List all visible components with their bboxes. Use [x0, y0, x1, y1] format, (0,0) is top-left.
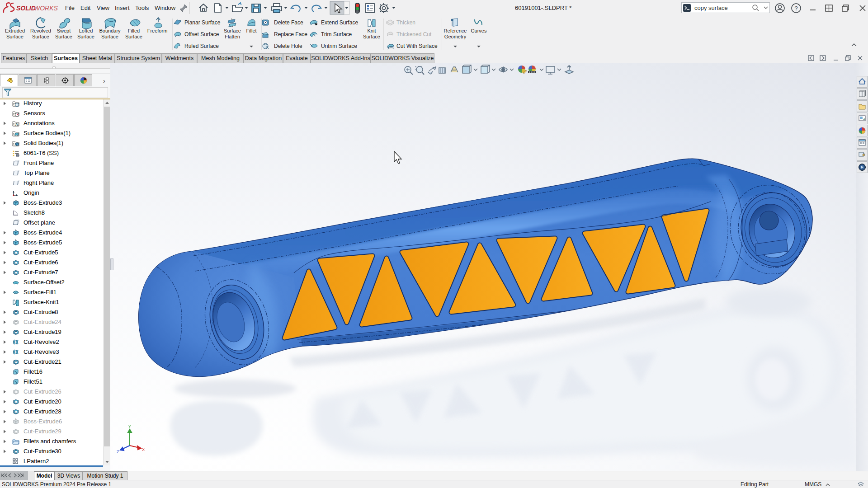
- svg-text:Filled: Filled: [128, 28, 140, 33]
- svg-text:Surface: Surface: [32, 34, 49, 39]
- svg-text:Cut With Surface: Cut With Surface: [396, 43, 438, 49]
- svg-text:Surface: Surface: [363, 34, 380, 39]
- svg-text:?: ?: [795, 5, 798, 12]
- svg-text:Replace Face: Replace Face: [274, 31, 307, 38]
- svg-text:Surface: Surface: [125, 34, 142, 39]
- svg-text:Surface: Surface: [6, 34, 24, 39]
- svg-text:Flatten: Flatten: [225, 34, 240, 39]
- svg-text:Knit: Knit: [368, 28, 376, 33]
- svg-text:Untrim Surface: Untrim Surface: [321, 43, 357, 49]
- svg-text:Delete Face: Delete Face: [274, 19, 303, 26]
- svg-text:Surface: Surface: [55, 34, 72, 39]
- svg-text:Thickened Cut: Thickened Cut: [396, 31, 432, 38]
- svg-text:Trim Surface: Trim Surface: [321, 31, 352, 38]
- svg-text:Z: Z: [117, 450, 119, 454]
- svg-text:Thicken: Thicken: [396, 19, 415, 26]
- svg-text:Planar Surface: Planar Surface: [184, 19, 221, 26]
- svg-text:Extruded: Extruded: [5, 28, 25, 33]
- svg-text:Surface: Surface: [224, 28, 241, 33]
- svg-text:Ruled Surface: Ruled Surface: [184, 43, 219, 49]
- svg-text:Delete Hole: Delete Hole: [274, 43, 302, 49]
- svg-text:X: X: [142, 447, 145, 452]
- svg-text:Surface: Surface: [77, 34, 94, 39]
- svg-text:Swept: Swept: [57, 28, 71, 33]
- svg-text:Geometry: Geometry: [444, 34, 467, 39]
- svg-text:Boundary: Boundary: [99, 28, 121, 33]
- svg-text:WORKS: WORKS: [34, 5, 58, 12]
- svg-text:Curves: Curves: [471, 28, 487, 33]
- svg-text:Y: Y: [128, 424, 131, 429]
- svg-text:Reference: Reference: [444, 28, 467, 33]
- svg-text:Revolved: Revolved: [30, 28, 51, 33]
- svg-text:Fillet: Fillet: [246, 28, 256, 33]
- svg-text:Offset Surface: Offset Surface: [184, 31, 219, 38]
- svg-text:SOLID: SOLID: [16, 5, 36, 12]
- svg-text:Lofted: Lofted: [79, 28, 93, 33]
- svg-text:Extend Surface: Extend Surface: [321, 19, 358, 26]
- svg-text:Surface: Surface: [101, 34, 118, 39]
- svg-text:Freeform: Freeform: [147, 28, 168, 33]
